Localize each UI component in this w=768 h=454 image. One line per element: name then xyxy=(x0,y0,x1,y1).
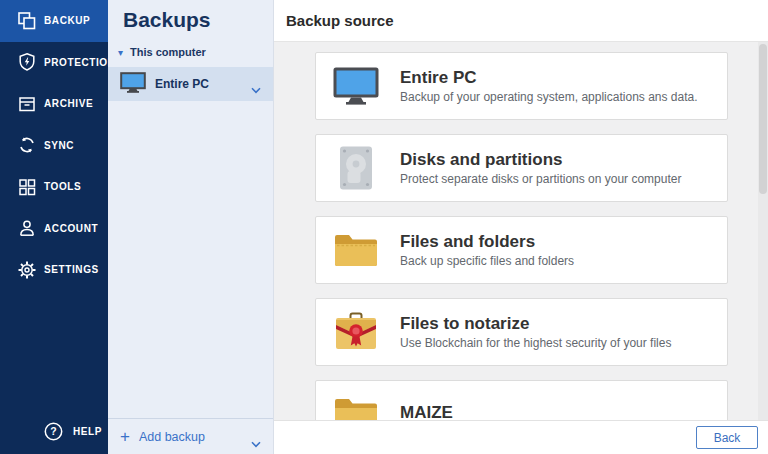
chevron-down-icon[interactable] xyxy=(251,80,261,98)
card-subtitle: Back up specific files and folders xyxy=(400,254,574,268)
tools-icon xyxy=(17,177,37,197)
card-subtitle: Backup of your operating system, applica… xyxy=(400,90,698,104)
card-title: Disks and partitions xyxy=(400,150,681,170)
source-card-maize[interactable]: MAIZE xyxy=(315,380,728,420)
backups-panel-title: Backups xyxy=(123,8,273,32)
add-backup-button[interactable]: + Add backup xyxy=(108,418,273,454)
app-window: BACKUP PROTECTION ARCHIVE xyxy=(0,0,768,454)
card-title: MAIZE xyxy=(400,403,453,420)
chevron-down-icon[interactable] xyxy=(251,434,261,452)
computer-group-label: This computer xyxy=(130,46,206,58)
card-subtitle: Protect separate disks or partitions on … xyxy=(400,172,681,186)
scrollbar-thumb[interactable] xyxy=(759,44,767,194)
source-card-entire-pc[interactable]: Entire PC Backup of your operating syste… xyxy=(315,52,728,120)
collapse-caret-icon: ▾ xyxy=(118,47,123,58)
monitor-icon xyxy=(333,67,379,105)
svg-text:?: ? xyxy=(50,425,56,437)
sidebar-item-label: BACKUP xyxy=(44,15,90,26)
source-card-disks-partitions[interactable]: Disks and partitions Protect separate di… xyxy=(315,134,728,202)
folder-icon xyxy=(333,232,379,268)
account-icon xyxy=(17,218,37,238)
sync-icon xyxy=(17,135,37,155)
hdd-icon xyxy=(333,145,379,191)
source-card-files-folders[interactable]: Files and folders Back up specific files… xyxy=(315,216,728,284)
sidebar-item-label: SETTINGS xyxy=(44,264,99,275)
computer-group-header[interactable]: ▾ This computer xyxy=(118,46,273,58)
archive-icon xyxy=(17,94,37,114)
card-title: Files and folders xyxy=(400,232,574,252)
sidebar-item-backup[interactable]: BACKUP xyxy=(0,0,108,42)
sidebar-item-label: ARCHIVE xyxy=(44,98,93,109)
sidebar-item-protection[interactable]: PROTECTION xyxy=(0,42,108,84)
sidebar-item-archive[interactable]: ARCHIVE xyxy=(0,83,108,125)
backup-item-label: Entire PC xyxy=(155,77,209,91)
page-title: Backup source xyxy=(286,12,394,29)
backup-list-item-entire-pc[interactable]: Entire PC xyxy=(108,67,273,101)
card-title: Entire PC xyxy=(400,68,698,88)
sidebar-item-tools[interactable]: TOOLS xyxy=(0,166,108,208)
main-sidebar: BACKUP PROTECTION ARCHIVE xyxy=(0,0,108,454)
main-area: Backup source Entire PC Backup of your o… xyxy=(274,0,768,454)
notarize-folder-icon xyxy=(333,312,379,352)
card-subtitle: Use Blockchain for the highest security … xyxy=(400,336,671,350)
main-header: Backup source xyxy=(274,0,768,42)
backup-icon xyxy=(17,11,37,31)
sidebar-item-help[interactable]: ? HELP xyxy=(0,416,108,446)
source-card-files-notarize[interactable]: Files to notarize Use Blockchain for the… xyxy=(315,298,728,366)
back-button[interactable]: Back xyxy=(696,426,758,449)
sidebar-item-label: SYNC xyxy=(44,140,74,151)
add-backup-label: Add backup xyxy=(139,430,205,444)
vertical-scrollbar[interactable] xyxy=(758,42,768,420)
sidebar-item-account[interactable]: ACCOUNT xyxy=(0,208,108,250)
sidebar-item-label: PROTECTION xyxy=(44,57,116,68)
help-icon: ? xyxy=(44,422,63,441)
sidebar-item-settings[interactable]: SETTINGS xyxy=(0,249,108,291)
backup-source-list: Entire PC Backup of your operating syste… xyxy=(274,42,768,420)
plus-icon: + xyxy=(120,428,130,445)
gear-icon xyxy=(17,260,37,280)
shield-icon xyxy=(17,52,37,72)
main-footer: Back xyxy=(274,420,768,454)
sidebar-item-label: ACCOUNT xyxy=(44,223,98,234)
folder-icon xyxy=(333,396,379,420)
sidebar-item-sync[interactable]: SYNC xyxy=(0,125,108,167)
card-title: Files to notarize xyxy=(400,314,671,334)
monitor-icon xyxy=(120,72,146,97)
backups-panel: Backups ▾ This computer Entire PC + Add … xyxy=(108,0,274,454)
help-label: HELP xyxy=(73,426,102,437)
sidebar-item-label: TOOLS xyxy=(44,181,81,192)
